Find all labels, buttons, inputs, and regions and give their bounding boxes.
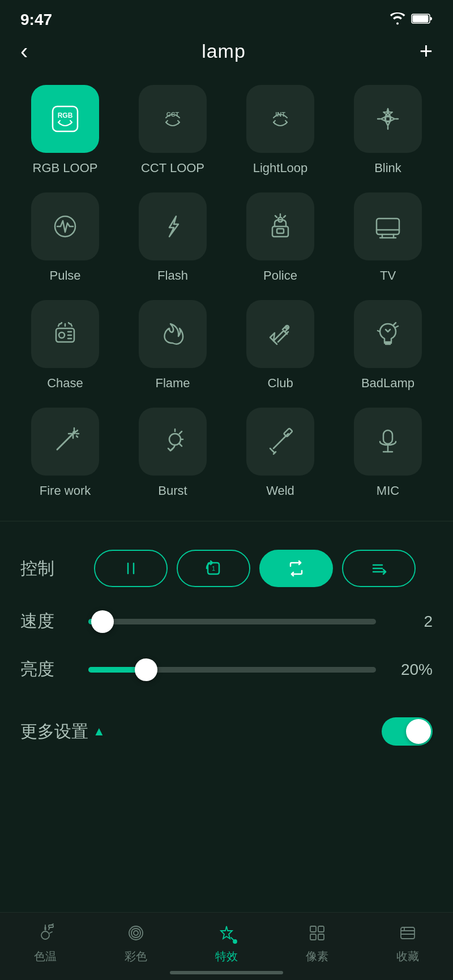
svg-line-32 bbox=[278, 332, 288, 342]
mode-icon-club bbox=[246, 300, 314, 368]
svg-point-43 bbox=[169, 434, 181, 445]
mode-icon-badlamp bbox=[354, 300, 422, 368]
header: ‹ lamp + bbox=[0, 34, 453, 74]
mode-firework[interactable]: Fire work bbox=[11, 402, 119, 504]
repeat-one-button[interactable]: 1 bbox=[177, 550, 250, 587]
svg-line-45 bbox=[180, 431, 182, 434]
more-settings-arrow-icon: ▲ bbox=[93, 724, 105, 739]
controls-row: 控制 1 bbox=[20, 550, 433, 587]
mode-police[interactable]: Police bbox=[226, 187, 334, 289]
mode-label-firework: Fire work bbox=[40, 483, 91, 498]
sequence-button[interactable] bbox=[342, 550, 416, 587]
svg-rect-48 bbox=[284, 428, 293, 437]
repeat-all-button[interactable] bbox=[259, 550, 333, 587]
brightness-slider[interactable] bbox=[88, 667, 376, 673]
mode-label-chase: Chase bbox=[47, 376, 83, 391]
svg-rect-72 bbox=[318, 926, 324, 932]
mode-club[interactable]: Club bbox=[226, 294, 334, 396]
tab-color[interactable]: 彩色 bbox=[91, 921, 181, 964]
svg-text:1: 1 bbox=[212, 565, 215, 572]
status-bar: 9:47 bbox=[0, 0, 453, 34]
modes-grid: RGB RGB LOOP CCT CCT LOOP INT bbox=[0, 74, 453, 521]
mode-icon-pulse bbox=[31, 192, 99, 260]
mode-label-mic: MIC bbox=[377, 483, 399, 498]
mode-icon-cct-loop: CCT bbox=[139, 85, 207, 153]
mode-label-tv: TV bbox=[380, 268, 396, 283]
mode-label-flash: Flash bbox=[157, 268, 188, 283]
mode-icon-flame bbox=[139, 300, 207, 368]
tab-icon-effects bbox=[214, 921, 239, 945]
svg-line-35 bbox=[394, 323, 396, 325]
mode-icon-light-loop: INT bbox=[246, 85, 314, 153]
mode-chase[interactable]: Chase bbox=[11, 294, 119, 396]
back-button[interactable]: ‹ bbox=[20, 40, 28, 62]
mode-label-badlamp: BadLamp bbox=[361, 376, 414, 391]
tab-icon-color-temp bbox=[33, 921, 58, 945]
mode-blink[interactable]: Blink bbox=[334, 79, 442, 181]
speed-row: 速度 2 bbox=[20, 610, 433, 633]
mode-flash[interactable]: Flash bbox=[119, 187, 226, 289]
controls-label: 控制 bbox=[20, 557, 77, 580]
mode-label-light-loop: LightLoop bbox=[253, 161, 308, 176]
svg-text:RGB: RGB bbox=[58, 112, 73, 119]
svg-line-42 bbox=[76, 436, 78, 437]
tab-icon-color bbox=[123, 921, 148, 945]
mode-badlamp[interactable]: BadLamp bbox=[334, 294, 442, 396]
mode-icon-firework bbox=[31, 408, 99, 476]
svg-point-68 bbox=[134, 931, 138, 935]
tab-effects[interactable]: 特效 bbox=[181, 921, 272, 964]
mode-icon-police bbox=[246, 192, 314, 260]
tab-bar: 色温 彩色 特效 bbox=[0, 912, 453, 980]
tab-icon-favorites bbox=[395, 921, 420, 945]
brightness-value: 20% bbox=[387, 661, 433, 679]
mode-label-police: Police bbox=[263, 268, 297, 283]
more-settings-label: 更多设置 ▲ bbox=[20, 720, 105, 743]
mode-icon-tv bbox=[354, 192, 422, 260]
svg-line-40 bbox=[76, 430, 78, 431]
svg-line-64 bbox=[50, 932, 52, 933]
speed-value: 2 bbox=[387, 613, 433, 631]
pause-button[interactable] bbox=[94, 550, 168, 587]
svg-rect-74 bbox=[318, 934, 324, 940]
tab-pixel[interactable]: 像素 bbox=[272, 921, 362, 964]
mode-burst[interactable]: Burst bbox=[119, 402, 226, 504]
toggle-knob bbox=[406, 719, 431, 744]
svg-point-38 bbox=[72, 431, 76, 434]
tab-label-effects: 特效 bbox=[215, 949, 238, 964]
more-settings-toggle[interactable] bbox=[382, 717, 433, 746]
tab-color-temp[interactable]: 色温 bbox=[0, 921, 91, 964]
control-buttons: 1 bbox=[77, 550, 433, 587]
svg-rect-18 bbox=[377, 219, 399, 234]
svg-line-15 bbox=[275, 216, 277, 217]
svg-rect-71 bbox=[310, 926, 316, 932]
mode-icon-weld bbox=[246, 408, 314, 476]
mode-pulse[interactable]: Pulse bbox=[11, 187, 119, 289]
mode-weld[interactable]: Weld bbox=[226, 402, 334, 504]
mode-cct-loop[interactable]: CCT CCT LOOP bbox=[119, 79, 226, 181]
mode-light-loop[interactable]: INT LightLoop bbox=[226, 79, 334, 181]
svg-rect-73 bbox=[310, 934, 316, 940]
add-button[interactable]: + bbox=[420, 40, 433, 62]
mode-label-rgb-loop: RGB LOOP bbox=[33, 161, 98, 176]
svg-line-47 bbox=[180, 444, 182, 446]
mode-label-club: Club bbox=[267, 376, 293, 391]
mode-label-flame: Flame bbox=[155, 376, 190, 391]
svg-line-16 bbox=[284, 216, 285, 217]
speed-slider[interactable] bbox=[88, 619, 376, 624]
wifi-icon bbox=[390, 12, 405, 27]
mode-flame[interactable]: Flame bbox=[119, 294, 226, 396]
mode-icon-blink bbox=[354, 85, 422, 153]
brightness-row: 亮度 20% bbox=[20, 658, 433, 681]
mode-mic[interactable]: MIC bbox=[334, 402, 442, 504]
mode-icon-flash bbox=[139, 192, 207, 260]
svg-line-36 bbox=[396, 326, 398, 327]
svg-rect-75 bbox=[401, 927, 414, 939]
mode-rgb-loop[interactable]: RGB RGB LOOP bbox=[11, 79, 119, 181]
tab-favorites[interactable]: 收藏 bbox=[362, 921, 453, 964]
tab-icon-pixel bbox=[305, 921, 330, 945]
page-title: lamp bbox=[202, 40, 246, 62]
mode-icon-rgb-loop: RGB bbox=[31, 85, 99, 153]
svg-rect-50 bbox=[383, 430, 392, 444]
mode-tv[interactable]: TV bbox=[334, 187, 442, 289]
mode-label-cct-loop: CCT LOOP bbox=[141, 161, 204, 176]
